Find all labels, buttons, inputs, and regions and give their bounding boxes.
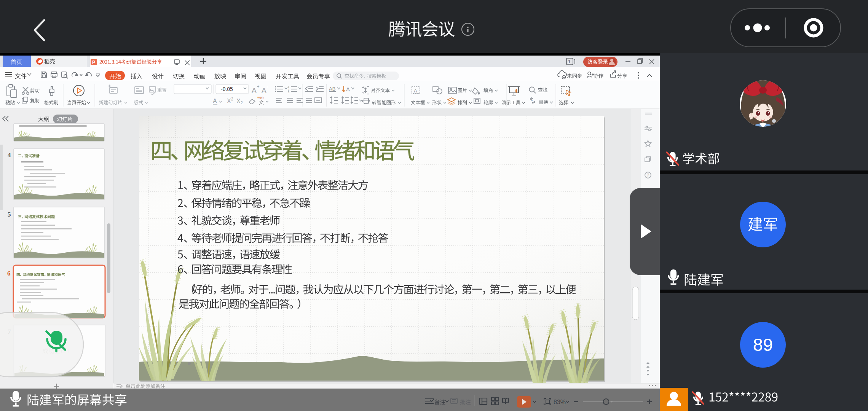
- svg-text:89: 89: [753, 335, 773, 355]
- svg-text:A: A: [414, 88, 417, 94]
- svg-text:AB: AB: [329, 86, 335, 92]
- svg-text:A: A: [262, 86, 266, 94]
- svg-text:X: X: [236, 98, 241, 104]
- svg-text:-: -: [267, 84, 268, 89]
- svg-text:A: A: [531, 99, 533, 102]
- svg-text:A: A: [213, 98, 217, 104]
- svg-text:P: P: [92, 60, 95, 65]
- svg-text:A: A: [346, 86, 350, 92]
- svg-text:3: 3: [288, 91, 289, 94]
- svg-text:6: 6: [7, 270, 11, 277]
- svg-text:83%: 83%: [554, 399, 566, 405]
- svg-text:4: 4: [8, 151, 11, 159]
- svg-text:-0.05: -0.05: [221, 86, 233, 92]
- svg-text:2: 2: [241, 101, 243, 105]
- svg-text:wen: wen: [257, 96, 264, 99]
- svg-text:?: ?: [647, 173, 649, 177]
- svg-text:1: 1: [288, 86, 289, 88]
- svg-text:2: 2: [288, 88, 289, 91]
- svg-text:A: A: [252, 86, 257, 94]
- svg-text:+: +: [257, 84, 259, 89]
- svg-text:5: 5: [8, 211, 11, 218]
- svg-text:X: X: [227, 98, 231, 104]
- svg-text:1: 1: [568, 59, 571, 64]
- svg-text:2: 2: [231, 97, 233, 101]
